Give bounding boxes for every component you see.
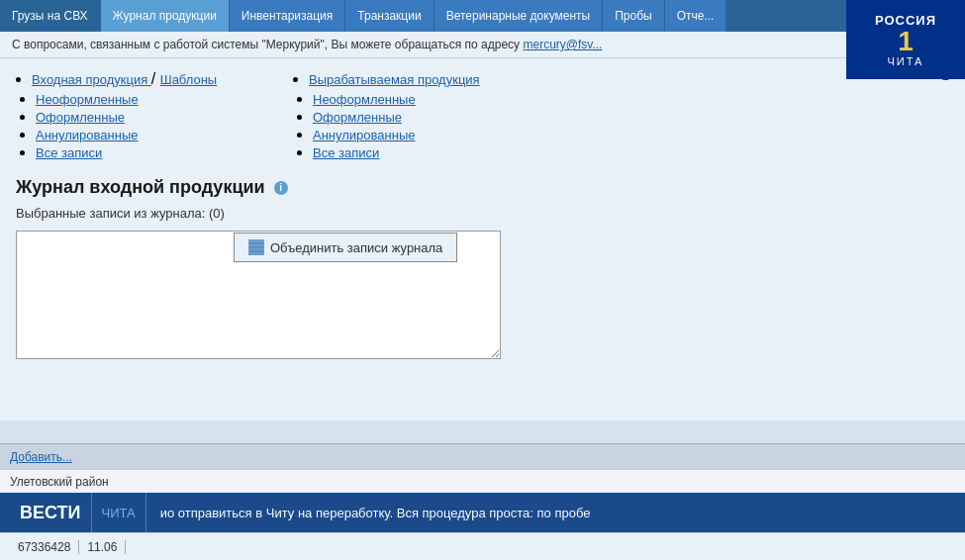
merge-label: Объединить записи журнала — [270, 240, 442, 255]
main-content: РОССИЯ 1 ЧИТА Грузы на СВХ Журнал продук… — [0, 0, 965, 560]
list-item: Оформленные — [313, 108, 511, 126]
nav-tab-journal[interactable]: Журнал продукции — [101, 0, 230, 32]
page-title: Журнал входной продукции i — [16, 177, 949, 198]
list-item: Неоформленные — [36, 90, 234, 108]
link-r-vse-zapisi[interactable]: Все записи — [313, 145, 379, 160]
russia1-logo: РОССИЯ 1 ЧИТА — [846, 0, 965, 79]
left-sub-list: Неоформленные Оформленные Аннулированные… — [16, 90, 234, 161]
vesti-ticker: ио отправиться в Читу на переработку. Вс… — [146, 506, 955, 520]
russia1-city: ЧИТА — [888, 55, 924, 67]
merge-button[interactable]: Объединить записи журнала — [234, 233, 457, 262]
list-item: Все записи — [313, 143, 511, 161]
merge-icon — [248, 239, 264, 255]
location-text: Улетовский район — [10, 475, 109, 489]
bottom-overlay: Добавить... Улетовский район ВЕСТИ ЧИТА … — [0, 443, 965, 560]
list-item: Оформленные — [36, 108, 234, 126]
link-neoformlennye[interactable]: Неоформленные — [36, 92, 139, 107]
vesti-chita: ЧИТА — [92, 493, 146, 532]
link-vse-zapisi[interactable]: Все записи — [36, 145, 102, 160]
link-r-neoformlennye[interactable]: Неоформленные — [313, 92, 416, 107]
link-r-oformlennye[interactable]: Оформленные — [313, 110, 402, 125]
nav-tab-inventory[interactable]: Инвентаризация — [230, 0, 345, 32]
add-bar: Добавить... — [0, 443, 965, 469]
add-link[interactable]: Добавить... — [10, 450, 72, 464]
info-email-link[interactable]: mercury@fsv... — [523, 38, 602, 51]
link-r-annulirovannye[interactable]: Аннулированные — [313, 128, 415, 142]
breadcrumb-main-left: Входная продукция / Шаблоны — [16, 70, 234, 88]
page-content: Входная продукция / Шаблоны Неоформленны… — [0, 58, 965, 420]
list-item: Неоформленные — [313, 90, 511, 108]
data-row: 67336428 11.06 — [0, 532, 965, 560]
vesti-logo: ВЕСТИ — [10, 493, 92, 532]
link-vyrabatyvaemaya[interactable]: Вырабатываемая продукция — [309, 72, 480, 87]
link-shablony[interactable]: Шаблоны — [160, 72, 218, 87]
russia1-number: 1 — [898, 28, 914, 55]
nav-tab-gruzy[interactable]: Грузы на СВХ — [0, 0, 101, 32]
data-cell-date: 11.06 — [79, 540, 126, 554]
info-text: С вопросами, связанным с работой системы… — [12, 38, 520, 51]
link-annulirovannye[interactable]: Аннулированные — [36, 128, 138, 142]
breadcrumb-main-right: Вырабатываемая продукция — [309, 70, 511, 88]
breadcrumb-section: Входная продукция / Шаблоны Неоформленны… — [16, 68, 949, 161]
right-nav-col: Вырабатываемая продукция Неоформленные О… — [293, 68, 511, 161]
data-cell-id: 67336428 — [10, 540, 79, 554]
svg-rect-1 — [249, 246, 263, 248]
info-bar: С вопросами, связанным с работой системы… — [0, 32, 965, 58]
page-subtitle: Выбранные записи из журнала: (0) — [16, 206, 949, 221]
list-item: Все записи — [36, 143, 234, 161]
nav-tab-proby[interactable]: Пробы — [603, 0, 664, 32]
location-bar: Улетовский район — [0, 469, 965, 493]
nav-tab-vet[interactable]: Ветеринарные документы — [434, 0, 604, 32]
info-icon[interactable]: i — [274, 181, 288, 195]
extra-bullet: 2 — [926, 68, 949, 161]
left-nav-col: Входная продукция / Шаблоны Неоформленны… — [16, 68, 234, 161]
top-nav-bar: Грузы на СВХ Журнал продукции Инвентариз… — [0, 0, 965, 32]
nav-tab-otche[interactable]: Отче... — [665, 0, 727, 32]
svg-rect-0 — [249, 242, 263, 244]
right-sub-list: Неоформленные Оформленные Аннулированные… — [293, 90, 511, 161]
list-item: Аннулированные — [313, 126, 511, 143]
list-item: Аннулированные — [36, 126, 234, 143]
vesti-bar: ВЕСТИ ЧИТА ио отправиться в Читу на пере… — [0, 493, 965, 532]
link-oformlennye[interactable]: Оформленные — [36, 110, 125, 125]
svg-rect-2 — [249, 250, 263, 252]
nav-tab-transactions[interactable]: Транзакции — [345, 0, 434, 32]
link-vhodnaya[interactable]: Входная продукция — [32, 72, 151, 87]
